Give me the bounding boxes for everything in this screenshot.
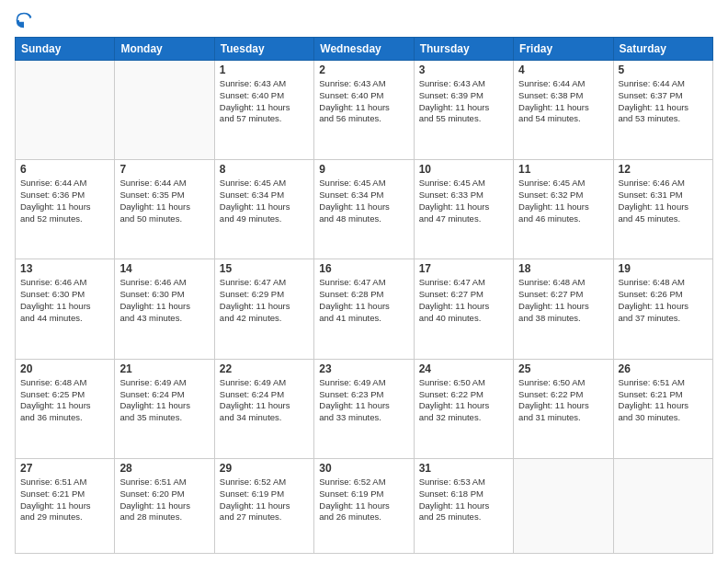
day-number: 22 [220, 362, 309, 375]
calendar: SundayMondayTuesdayWednesdayThursdayFrid… [15, 37, 713, 554]
day-number: 14 [119, 262, 209, 275]
day-number: 12 [619, 163, 708, 176]
day-info: Sunrise: 6:49 AM Sunset: 6:23 PM Dayligh… [319, 377, 408, 424]
day-number: 3 [419, 63, 508, 76]
day-number: 25 [518, 362, 608, 375]
day-number: 18 [518, 262, 608, 275]
day-number: 28 [119, 462, 209, 475]
calendar-cell: 11Sunrise: 6:45 AM Sunset: 6:32 PM Dayli… [514, 160, 613, 259]
week-row-3: 13Sunrise: 6:46 AM Sunset: 6:30 PM Dayli… [16, 259, 713, 359]
day-number: 20 [20, 362, 109, 375]
day-info: Sunrise: 6:43 AM Sunset: 6:39 PM Dayligh… [419, 78, 508, 125]
day-info: Sunrise: 6:47 AM Sunset: 6:29 PM Dayligh… [220, 277, 309, 324]
calendar-body: 1Sunrise: 6:43 AM Sunset: 6:40 PM Daylig… [16, 61, 713, 554]
day-info: Sunrise: 6:49 AM Sunset: 6:24 PM Dayligh… [119, 377, 209, 424]
calendar-cell: 5Sunrise: 6:44 AM Sunset: 6:37 PM Daylig… [613, 61, 712, 160]
calendar-cell: 3Sunrise: 6:43 AM Sunset: 6:39 PM Daylig… [414, 61, 513, 160]
day-number: 11 [518, 163, 608, 176]
day-info: Sunrise: 6:45 AM Sunset: 6:34 PM Dayligh… [220, 178, 309, 224]
day-number: 15 [220, 262, 309, 275]
calendar-cell: 1Sunrise: 6:43 AM Sunset: 6:40 PM Daylig… [214, 61, 313, 160]
day-header-tuesday: Tuesday [214, 38, 313, 61]
day-info: Sunrise: 6:44 AM Sunset: 6:36 PM Dayligh… [20, 178, 109, 224]
day-number: 5 [619, 63, 708, 76]
day-number: 4 [518, 63, 608, 76]
calendar-cell [613, 458, 712, 553]
day-number: 19 [619, 262, 708, 275]
day-number: 21 [119, 362, 209, 375]
week-row-1: 1Sunrise: 6:43 AM Sunset: 6:40 PM Daylig… [16, 61, 713, 160]
day-number: 9 [319, 163, 408, 176]
day-number: 8 [220, 163, 309, 176]
calendar-cell: 31Sunrise: 6:53 AM Sunset: 6:18 PM Dayli… [414, 458, 513, 553]
calendar-cell: 9Sunrise: 6:45 AM Sunset: 6:34 PM Daylig… [314, 160, 414, 259]
calendar-cell: 7Sunrise: 6:44 AM Sunset: 6:35 PM Daylig… [115, 160, 214, 259]
calendar-cell: 22Sunrise: 6:49 AM Sunset: 6:24 PM Dayli… [214, 359, 313, 458]
day-info: Sunrise: 6:51 AM Sunset: 6:21 PM Dayligh… [20, 477, 109, 523]
day-info: Sunrise: 6:45 AM Sunset: 6:33 PM Dayligh… [419, 178, 508, 224]
calendar-cell: 10Sunrise: 6:45 AM Sunset: 6:33 PM Dayli… [414, 160, 513, 259]
calendar-cell: 4Sunrise: 6:44 AM Sunset: 6:38 PM Daylig… [514, 61, 613, 160]
calendar-cell: 18Sunrise: 6:48 AM Sunset: 6:27 PM Dayli… [514, 259, 613, 359]
calendar-cell: 13Sunrise: 6:46 AM Sunset: 6:30 PM Dayli… [16, 259, 115, 359]
day-number: 30 [319, 462, 408, 475]
calendar-cell: 21Sunrise: 6:49 AM Sunset: 6:24 PM Dayli… [115, 359, 214, 458]
day-number: 6 [20, 163, 109, 176]
header [15, 11, 713, 29]
calendar-cell: 15Sunrise: 6:47 AM Sunset: 6:29 PM Dayli… [214, 259, 313, 359]
day-number: 13 [20, 262, 109, 275]
day-number: 2 [319, 63, 408, 76]
day-header-friday: Friday [514, 38, 613, 61]
calendar-cell: 28Sunrise: 6:51 AM Sunset: 6:20 PM Dayli… [115, 458, 214, 553]
day-number: 26 [619, 362, 708, 375]
day-info: Sunrise: 6:49 AM Sunset: 6:24 PM Dayligh… [220, 377, 309, 424]
day-number: 29 [220, 462, 309, 475]
day-header-saturday: Saturday [613, 38, 712, 61]
week-row-4: 20Sunrise: 6:48 AM Sunset: 6:25 PM Dayli… [16, 359, 713, 458]
header-row: SundayMondayTuesdayWednesdayThursdayFrid… [16, 38, 713, 61]
day-number: 17 [419, 262, 508, 275]
day-info: Sunrise: 6:52 AM Sunset: 6:19 PM Dayligh… [319, 477, 408, 523]
day-info: Sunrise: 6:50 AM Sunset: 6:22 PM Dayligh… [419, 377, 508, 424]
day-info: Sunrise: 6:45 AM Sunset: 6:34 PM Dayligh… [319, 178, 408, 224]
calendar-cell: 23Sunrise: 6:49 AM Sunset: 6:23 PM Dayli… [314, 359, 414, 458]
day-number: 23 [319, 362, 408, 375]
calendar-cell: 26Sunrise: 6:51 AM Sunset: 6:21 PM Dayli… [613, 359, 712, 458]
calendar-cell: 17Sunrise: 6:47 AM Sunset: 6:27 PM Dayli… [414, 259, 513, 359]
calendar-header: SundayMondayTuesdayWednesdayThursdayFrid… [16, 38, 713, 61]
calendar-cell: 19Sunrise: 6:48 AM Sunset: 6:26 PM Dayli… [613, 259, 712, 359]
calendar-cell: 27Sunrise: 6:51 AM Sunset: 6:21 PM Dayli… [16, 458, 115, 553]
day-info: Sunrise: 6:53 AM Sunset: 6:18 PM Dayligh… [419, 477, 508, 523]
calendar-cell [514, 458, 613, 553]
day-info: Sunrise: 6:44 AM Sunset: 6:38 PM Dayligh… [518, 78, 608, 125]
day-info: Sunrise: 6:50 AM Sunset: 6:22 PM Dayligh… [518, 377, 608, 424]
day-info: Sunrise: 6:47 AM Sunset: 6:27 PM Dayligh… [419, 277, 508, 324]
day-info: Sunrise: 6:48 AM Sunset: 6:27 PM Dayligh… [518, 277, 608, 324]
day-number: 7 [119, 163, 209, 176]
day-info: Sunrise: 6:44 AM Sunset: 6:37 PM Dayligh… [619, 78, 708, 125]
day-info: Sunrise: 6:43 AM Sunset: 6:40 PM Dayligh… [319, 78, 408, 125]
calendar-cell [16, 61, 115, 160]
calendar-cell: 20Sunrise: 6:48 AM Sunset: 6:25 PM Dayli… [16, 359, 115, 458]
calendar-cell [115, 61, 214, 160]
day-info: Sunrise: 6:44 AM Sunset: 6:35 PM Dayligh… [119, 178, 209, 224]
page: SundayMondayTuesdayWednesdayThursdayFrid… [0, 0, 728, 563]
day-info: Sunrise: 6:46 AM Sunset: 6:30 PM Dayligh… [119, 277, 209, 324]
calendar-cell: 30Sunrise: 6:52 AM Sunset: 6:19 PM Dayli… [314, 458, 414, 553]
calendar-cell: 6Sunrise: 6:44 AM Sunset: 6:36 PM Daylig… [16, 160, 115, 259]
calendar-cell: 2Sunrise: 6:43 AM Sunset: 6:40 PM Daylig… [314, 61, 414, 160]
week-row-2: 6Sunrise: 6:44 AM Sunset: 6:36 PM Daylig… [16, 160, 713, 259]
calendar-cell: 16Sunrise: 6:47 AM Sunset: 6:28 PM Dayli… [314, 259, 414, 359]
day-number: 27 [20, 462, 109, 475]
day-info: Sunrise: 6:52 AM Sunset: 6:19 PM Dayligh… [220, 477, 309, 523]
logo-icon [15, 11, 33, 29]
logo [15, 11, 37, 29]
day-header-wednesday: Wednesday [314, 38, 414, 61]
day-info: Sunrise: 6:45 AM Sunset: 6:32 PM Dayligh… [518, 178, 608, 224]
day-info: Sunrise: 6:46 AM Sunset: 6:30 PM Dayligh… [20, 277, 109, 324]
day-info: Sunrise: 6:48 AM Sunset: 6:26 PM Dayligh… [619, 277, 708, 324]
day-number: 10 [419, 163, 508, 176]
day-number: 1 [220, 63, 309, 76]
day-info: Sunrise: 6:43 AM Sunset: 6:40 PM Dayligh… [220, 78, 309, 125]
calendar-cell: 12Sunrise: 6:46 AM Sunset: 6:31 PM Dayli… [613, 160, 712, 259]
